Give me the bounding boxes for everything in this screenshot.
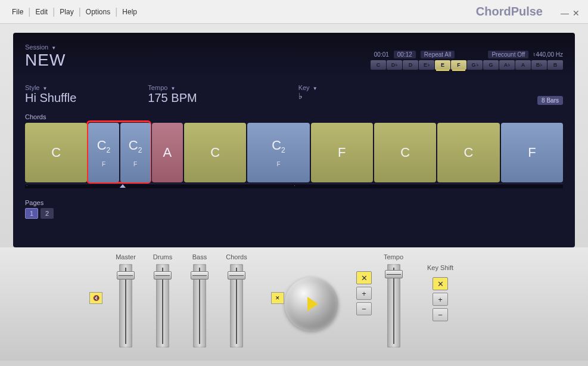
pages-label: Pages xyxy=(25,199,563,206)
fader-label: Bass xyxy=(192,253,207,260)
fader-label: Drums xyxy=(153,253,172,260)
tempo-fader-knob[interactable] xyxy=(385,270,403,278)
key-button-B[interactable]: B xyxy=(547,60,563,70)
play-jog[interactable] xyxy=(285,277,338,331)
key-button-Eflat[interactable]: E♭ xyxy=(419,60,434,70)
fader-label: Chords xyxy=(226,253,247,260)
chord-block[interactable]: F xyxy=(311,123,373,182)
chord-block[interactable]: C xyxy=(374,123,436,182)
keyshift-label: Key Shift xyxy=(427,264,453,271)
main-panel: Session ▼ NEW 00:01 00:12 Repeat All Pre… xyxy=(13,33,575,247)
menu-edit[interactable]: Edit xyxy=(32,8,52,16)
chord-block[interactable]: C2F xyxy=(88,123,119,182)
page-button-2[interactable]: 2 xyxy=(41,208,54,219)
chord-block[interactable]: A xyxy=(152,123,183,182)
tempo-minus-button[interactable]: − xyxy=(356,302,372,315)
app-title: ChordPulse xyxy=(476,5,543,18)
menubar: File| Edit| Play| Options| Help ChordPul… xyxy=(0,0,588,24)
keyshift-reset-button[interactable]: ✕ xyxy=(433,277,448,290)
playhead-icon[interactable] xyxy=(120,184,126,188)
fader-knob[interactable] xyxy=(191,271,209,280)
fader-master[interactable] xyxy=(119,264,132,348)
repeat-mode[interactable]: Repeat All xyxy=(421,51,455,58)
style-dropdown[interactable]: Style ▼ Hi Shuffle xyxy=(25,84,76,105)
chord-block[interactable]: C2F xyxy=(120,123,151,182)
keyshift-plus-button[interactable]: + xyxy=(433,293,448,306)
mute-chords-button[interactable]: ✕ xyxy=(271,292,284,304)
pages-row: 12 xyxy=(25,208,563,219)
mixer-panel: 🔇 MasterDrumsBassChords ✕ ✕ + − Tempo Ke… xyxy=(0,247,588,361)
key-dropdown[interactable]: Key ▼ ♭ xyxy=(298,84,318,105)
menu-help[interactable]: Help xyxy=(119,8,141,16)
tempo-nudge-stack: ✕ + − xyxy=(356,271,372,315)
key-button-Dflat[interactable]: D♭ xyxy=(387,60,402,70)
chord-track: CC2FC2FACC2FFCCF xyxy=(25,123,563,182)
key-button-D[interactable]: D xyxy=(403,60,418,70)
tempo-dropdown[interactable]: Tempo ▼ 175 BPM xyxy=(148,84,197,105)
session-dropdown[interactable]: Session ▼ xyxy=(25,44,66,51)
chord-block[interactable]: C xyxy=(437,123,499,182)
keyshift-minus-button[interactable]: − xyxy=(433,308,448,321)
chord-block[interactable]: F xyxy=(501,123,563,182)
key-button-E[interactable]: E xyxy=(435,60,450,70)
key-button-A[interactable]: A xyxy=(515,60,531,70)
fader-label: Master xyxy=(116,253,136,260)
mute-master-button[interactable]: 🔇 xyxy=(89,292,102,304)
key-button-Bflat[interactable]: B♭ xyxy=(531,60,547,70)
app-window: File| Edit| Play| Options| Help ChordPul… xyxy=(0,0,588,366)
key-button-Gflat[interactable]: G♭ xyxy=(467,60,483,70)
fader-chords[interactable] xyxy=(230,264,243,348)
timeline[interactable]: · · xyxy=(25,184,563,188)
tempo-plus-button[interactable]: + xyxy=(356,287,372,300)
bars-badge[interactable]: 8 Bars xyxy=(537,96,563,105)
play-icon xyxy=(307,297,318,311)
chords-label: Chords xyxy=(25,113,563,120)
fader-drums[interactable] xyxy=(156,264,169,348)
chord-block[interactable]: C xyxy=(184,123,246,182)
tempo-fader[interactable] xyxy=(387,264,400,348)
fader-bass[interactable] xyxy=(193,264,206,348)
key-button-F[interactable]: F xyxy=(451,60,466,70)
page-button-1[interactable]: 1 xyxy=(25,208,38,219)
time-pos: 00:01 xyxy=(374,51,389,58)
tempo-reset-button[interactable]: ✕ xyxy=(356,271,372,284)
fader-knob[interactable] xyxy=(117,271,135,280)
precount-toggle[interactable]: Precount Off xyxy=(488,51,528,58)
key-button-C[interactable]: C xyxy=(371,60,386,70)
fader-knob[interactable] xyxy=(228,271,245,280)
key-strip: CD♭DE♭EFG♭GA♭AB♭B xyxy=(371,60,563,70)
minimize-button[interactable]: — xyxy=(561,8,568,15)
fader-knob[interactable] xyxy=(154,271,172,280)
tempo-fader-label: Tempo xyxy=(384,253,403,260)
close-button[interactable]: ✕ xyxy=(573,8,580,15)
menu-play[interactable]: Play xyxy=(56,8,77,16)
menu-file[interactable]: File xyxy=(8,8,27,16)
tuning-display[interactable]: ♮440,00 Hz xyxy=(533,51,563,58)
menu-options[interactable]: Options xyxy=(82,8,114,16)
chord-block[interactable]: C xyxy=(25,123,87,182)
key-button-G[interactable]: G xyxy=(483,60,499,70)
session-name: NEW xyxy=(25,51,66,70)
time-total[interactable]: 00:12 xyxy=(394,51,416,58)
chord-block[interactable]: C2F xyxy=(247,123,309,182)
key-button-Aflat[interactable]: A♭ xyxy=(499,60,515,70)
